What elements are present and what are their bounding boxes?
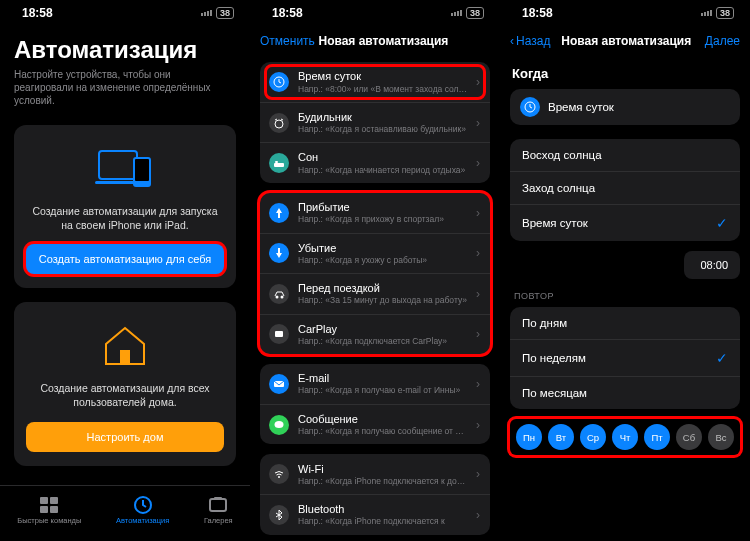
trigger-leave[interactable]: УбытиеНапр.: «Когда я ухожу с работы» › xyxy=(260,233,490,273)
chevron-left-icon: ‹ xyxy=(510,34,514,48)
svg-point-16 xyxy=(276,295,279,298)
card-home-automation: Создание автоматизации для всех пользова… xyxy=(14,302,236,465)
svg-rect-11 xyxy=(214,497,222,500)
chevron-right-icon: › xyxy=(476,206,480,220)
nav-bar: Отменить Новая автоматизация xyxy=(250,26,500,56)
shortcuts-icon xyxy=(39,496,59,514)
carplay-icon xyxy=(268,323,290,345)
chevron-right-icon: › xyxy=(476,377,480,391)
signal-icon xyxy=(701,10,712,16)
screen-automation-home: 18:58 38 Автоматизация Настройте устройс… xyxy=(0,0,250,541)
create-personal-automation-button[interactable]: Создать автоматизацию для себя xyxy=(26,244,224,274)
trigger-wifi[interactable]: Wi-FiНапр.: «Когда iPhone подключается к… xyxy=(260,454,490,494)
repeat-weekly[interactable]: По неделям✓ xyxy=(510,339,740,376)
alarm-icon xyxy=(268,112,290,134)
day-wed[interactable]: Ср xyxy=(580,424,606,450)
nav-bar: ‹Назад Новая автоматизация Далее xyxy=(500,26,750,56)
trigger-arrive[interactable]: ПрибытиеНапр.: «Когда я прихожу в спортз… xyxy=(260,193,490,233)
sleep-icon xyxy=(268,152,290,174)
trigger-sleep[interactable]: СонНапр.: «Когда начинается период отдых… xyxy=(260,142,490,182)
svg-rect-4 xyxy=(120,350,130,364)
devices-icon xyxy=(26,141,224,197)
status-bar: 18:58 38 xyxy=(250,0,500,26)
day-tue[interactable]: Вт xyxy=(548,424,574,450)
day-sat[interactable]: Сб xyxy=(676,424,702,450)
day-fri[interactable]: Пт xyxy=(644,424,670,450)
automation-icon xyxy=(133,496,153,514)
chevron-right-icon: › xyxy=(476,467,480,481)
tab-shortcuts[interactable]: Быстрые команды xyxy=(17,496,81,525)
trigger-message[interactable]: СообщениеНапр.: «Когда я получаю сообщен… xyxy=(260,404,490,444)
svg-rect-5 xyxy=(40,497,48,504)
chevron-right-icon: › xyxy=(476,246,480,260)
chevron-right-icon: › xyxy=(476,508,480,522)
repeat-daily[interactable]: По дням xyxy=(510,307,740,339)
home-icon xyxy=(26,318,224,374)
trigger-time-of-day[interactable]: Время сутокНапр.: «8:00» или «В момент з… xyxy=(260,62,490,102)
signal-icon xyxy=(201,10,212,16)
card-personal-automation: Создание автоматизации для запуска на св… xyxy=(14,125,236,288)
trigger-email[interactable]: E-mailНапр.: «Когда я получаю e-mail от … xyxy=(260,364,490,404)
page-subtitle: Настройте устройства, чтобы они реагиров… xyxy=(14,68,224,107)
weekday-selector: Пн Вт Ср Чт Пт Сб Вс xyxy=(510,419,740,455)
option-sunset[interactable]: Заход солнца xyxy=(510,171,740,204)
svg-rect-10 xyxy=(210,499,226,511)
screen-new-automation-triggers: 18:58 38 Отменить Новая автоматизация Вр… xyxy=(250,0,500,541)
status-time: 18:58 xyxy=(272,6,303,20)
status-time: 18:58 xyxy=(22,6,53,20)
svg-rect-14 xyxy=(274,163,284,167)
svg-point-17 xyxy=(281,295,284,298)
wifi-icon xyxy=(268,463,290,485)
card-personal-text: Создание автоматизации для запуска на св… xyxy=(26,205,224,232)
battery-icon: 38 xyxy=(466,7,484,19)
chevron-right-icon: › xyxy=(476,418,480,432)
nav-title: Новая автоматизация xyxy=(561,34,691,48)
repeat-section-label: ПОВТОР xyxy=(514,291,736,301)
gallery-icon xyxy=(208,496,228,514)
trigger-bluetooth[interactable]: BluetoothНапр.: «Когда iPhone подключает… xyxy=(260,494,490,534)
bluetooth-icon xyxy=(268,504,290,526)
svg-point-13 xyxy=(275,120,283,128)
page-title: Автоматизация xyxy=(14,36,236,64)
repeat-monthly[interactable]: По месяцам xyxy=(510,376,740,409)
svg-rect-3 xyxy=(135,159,149,181)
svg-rect-15 xyxy=(275,161,278,163)
commute-icon xyxy=(268,283,290,305)
email-icon xyxy=(268,373,290,395)
checkmark-icon: ✓ xyxy=(716,215,728,231)
chevron-right-icon: › xyxy=(476,156,480,170)
cancel-button[interactable]: Отменить xyxy=(260,34,315,48)
setup-home-button[interactable]: Настроить дом xyxy=(26,422,224,452)
message-icon xyxy=(268,414,290,436)
status-time: 18:58 xyxy=(522,6,553,20)
trigger-commute[interactable]: Перед поездкойНапр.: «За 15 минут до вых… xyxy=(260,273,490,313)
svg-rect-18 xyxy=(275,331,283,337)
day-mon[interactable]: Пн xyxy=(516,424,542,450)
svg-rect-7 xyxy=(40,506,48,513)
signal-icon xyxy=(451,10,462,16)
when-label: Когда xyxy=(512,66,738,81)
tab-automation[interactable]: Автоматизация xyxy=(116,496,169,525)
status-bar: 18:58 38 xyxy=(500,0,750,26)
svg-rect-8 xyxy=(50,506,58,513)
svg-point-20 xyxy=(275,421,284,428)
option-time-of-day[interactable]: Время суток✓ xyxy=(510,204,740,241)
clock-icon xyxy=(520,97,540,117)
svg-rect-6 xyxy=(50,497,58,504)
trigger-carplay[interactable]: CarPlayНапр.: «Когда подключается CarPla… xyxy=(260,314,490,354)
chevron-right-icon: › xyxy=(476,75,480,89)
checkmark-icon: ✓ xyxy=(716,350,728,366)
status-bar: 18:58 38 xyxy=(0,0,250,26)
day-sun[interactable]: Вс xyxy=(708,424,734,450)
option-sunrise[interactable]: Восход солнца xyxy=(510,139,740,171)
time-picker[interactable]: 08:00 xyxy=(684,251,740,279)
tab-gallery[interactable]: Галерея xyxy=(204,496,233,525)
back-button[interactable]: ‹Назад xyxy=(510,34,550,48)
trigger-alarm[interactable]: БудильникНапр.: «Когда я останавливаю бу… xyxy=(260,102,490,142)
battery-icon: 38 xyxy=(716,7,734,19)
clock-icon xyxy=(268,71,290,93)
battery-icon: 38 xyxy=(216,7,234,19)
day-thu[interactable]: Чт xyxy=(612,424,638,450)
svg-rect-0 xyxy=(99,151,137,179)
next-button[interactable]: Далее xyxy=(702,34,740,48)
